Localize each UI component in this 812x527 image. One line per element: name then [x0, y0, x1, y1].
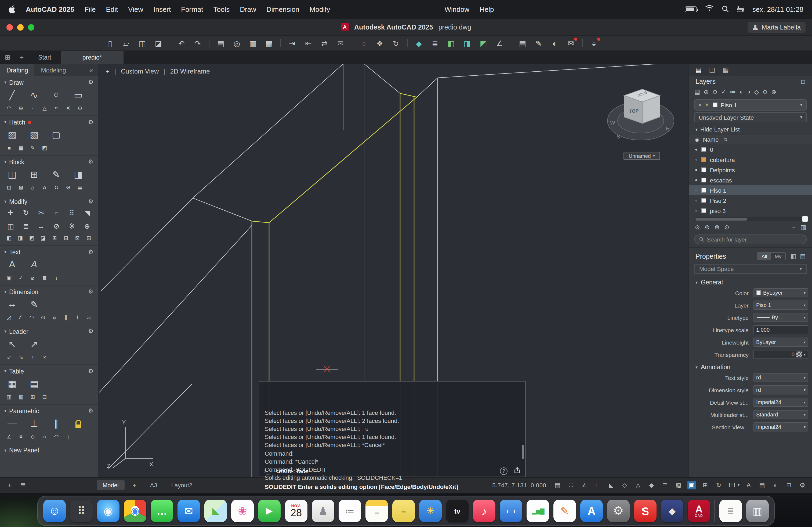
snap-mode-toggle[interactable]: ∷: [567, 481, 575, 490]
layer-row[interactable]: ● Defpoints: [689, 165, 812, 175]
annotation-scale-button[interactable]: 1:1 ▾: [728, 482, 740, 488]
chevron-down-icon[interactable]: ▾: [4, 408, 6, 413]
match-hatch-tool[interactable]: ◩: [40, 144, 49, 152]
gear-icon[interactable]: ⚙: [88, 198, 93, 205]
polar-tracking-toggle[interactable]: ◣: [607, 481, 615, 490]
dock-pages[interactable]: ✎: [553, 500, 576, 522]
object-snap-tracking-toggle[interactable]: △: [634, 481, 642, 490]
isometric-drafting-toggle[interactable]: ◇: [620, 481, 629, 490]
sort-icon[interactable]: ⇅: [723, 137, 727, 142]
continue-dimension-tool[interactable]: ≍: [84, 313, 94, 321]
save-as-button[interactable]: ◪: [154, 39, 163, 48]
chevron-down-icon[interactable]: ▾: [4, 250, 6, 254]
align-tool[interactable]: ⊠: [73, 234, 82, 242]
customization-button[interactable]: ⚙: [798, 481, 807, 490]
concentric-constraint-tool[interactable]: ○: [40, 433, 49, 441]
command-share-icon[interactable]: [514, 467, 520, 475]
overkill-tool[interactable]: ⊡: [84, 234, 94, 242]
tangent-constraint-tool[interactable]: ◠: [52, 433, 61, 441]
attach-tool[interactable]: ◨: [70, 167, 86, 181]
dock-stickies[interactable]: ≡: [392, 500, 415, 522]
hatch-tool[interactable]: ▨: [4, 128, 20, 142]
offset-tool[interactable]: ≣: [19, 221, 32, 232]
user-account-button[interactable]: Marta Labella: [748, 22, 806, 32]
lineweight-toggle[interactable]: ≣: [661, 481, 669, 490]
import-button[interactable]: ⇥: [287, 39, 297, 48]
dock-launchpad[interactable]: ⠿: [70, 500, 93, 522]
separator[interactable]: [352, 39, 352, 47]
panel-dock-icon[interactable]: ⊡: [801, 78, 806, 85]
selection-cycling-toggle[interactable]: ▣: [687, 481, 696, 490]
tab-filters-icon[interactable]: ▦: [723, 66, 729, 74]
remove-leader-tool[interactable]: ↙: [4, 353, 14, 361]
columns-icon[interactable]: ▥: [800, 224, 806, 231]
arc-length-tool[interactable]: ◠: [27, 313, 37, 321]
property-value[interactable]: Piso 1 ▾: [753, 301, 808, 310]
gear-icon[interactable]: ⚙: [88, 249, 93, 255]
dock-calendar[interactable]: NOV. 28: [285, 500, 307, 522]
dropdown-caret-icon[interactable]: ▾: [804, 375, 808, 380]
open-button[interactable]: ▱: [121, 39, 131, 48]
fillet-tool[interactable]: ⌐: [50, 207, 63, 219]
layer-states-icon[interactable]: ≔: [730, 89, 736, 95]
edit-spline-tool[interactable]: ⊞: [50, 234, 59, 242]
dock-weather[interactable]: ☀: [419, 500, 442, 522]
polyline-tool[interactable]: ∿: [26, 88, 42, 102]
dropdown-caret-icon[interactable]: ▾: [804, 352, 808, 357]
annotation-visibility-toggle[interactable]: A: [744, 481, 753, 490]
tab-start[interactable]: Start: [28, 51, 61, 64]
unisolate-button[interactable]: ⊜: [705, 224, 709, 231]
minimize-window-button[interactable]: [17, 24, 24, 30]
dock-facetime[interactable]: ▶: [258, 500, 280, 522]
dock-app-store[interactable]: A: [580, 500, 603, 522]
separator[interactable]: [582, 39, 583, 47]
layer-color-chip[interactable]: [701, 167, 706, 172]
menubar-item[interactable]: Draw: [240, 5, 256, 13]
menubar-app-name[interactable]: AutoCAD 2025: [26, 5, 74, 13]
new-drawing-button[interactable]: ▯: [105, 39, 115, 48]
new-tab-button[interactable]: +: [15, 51, 28, 64]
edit-polyline-tool[interactable]: ◪: [39, 234, 48, 242]
edit-text-tool[interactable]: ▣: [4, 274, 14, 282]
panel-menu-icon[interactable]: ≣: [19, 481, 27, 489]
chevron-down-icon[interactable]: ▾: [4, 199, 6, 204]
chevron-down-icon[interactable]: ▾: [4, 289, 6, 294]
isolate-layer-icon[interactable]: ◐: [740, 89, 743, 95]
separator[interactable]: [170, 39, 170, 47]
render-button[interactable]: ◐: [550, 39, 560, 48]
command-window[interactable]: Select faces or [Undo/Remove/ALL]: 1 fac…: [259, 381, 526, 477]
zoom-window-button[interactable]: [28, 24, 34, 30]
dropdown-caret-icon[interactable]: ▾: [804, 400, 808, 404]
email-button[interactable]: ✉: [566, 39, 576, 48]
publish-button[interactable]: ▥: [248, 39, 258, 48]
align-leaders-tool[interactable]: ↘: [16, 353, 26, 361]
aligned-dimension-tool[interactable]: ◿: [4, 313, 14, 321]
dock-charts-app[interactable]: ▂▅▇: [526, 500, 549, 522]
gear-icon[interactable]: ⚙: [88, 158, 93, 165]
chevron-down-icon[interactable]: ▾: [4, 369, 6, 374]
block-editor-button[interactable]: ◨: [462, 39, 472, 48]
menubar-item[interactable]: View: [128, 5, 143, 13]
create-block-tool[interactable]: ⊞: [26, 167, 42, 181]
layer-color-chip[interactable]: [701, 198, 706, 203]
ortho-mode-toggle[interactable]: ∟: [593, 481, 602, 490]
layer-color-chip[interactable]: [701, 178, 706, 182]
tab-layer-states-icon[interactable]: ◫: [709, 66, 715, 74]
dropdown-caret-icon[interactable]: ▾: [804, 315, 808, 320]
trim-tool[interactable]: ✂: [35, 207, 47, 219]
property-value[interactable]: rd ▾: [753, 373, 808, 382]
quick-properties-toggle[interactable]: ▤: [758, 481, 766, 490]
leader-style-tool[interactable]: ×: [40, 353, 49, 361]
dock-notes[interactable]: ≡: [365, 500, 388, 522]
grid-display-toggle[interactable]: ▦: [553, 481, 562, 490]
assistant-button[interactable]: ◒: [589, 39, 599, 48]
separator[interactable]: [209, 39, 209, 47]
spotlight-search-icon[interactable]: [722, 5, 729, 14]
eye-icon[interactable]: ◉: [695, 137, 699, 142]
unisolate-layer-icon[interactable]: ◑: [747, 89, 750, 95]
gear-icon[interactable]: ⚙: [88, 79, 93, 86]
dock-misc-app[interactable]: ◆: [661, 500, 683, 522]
zoom-button[interactable]: ◌: [359, 39, 368, 48]
dock-trash[interactable]: ▥: [746, 500, 769, 522]
data-link-tool[interactable]: ▧: [16, 393, 26, 401]
